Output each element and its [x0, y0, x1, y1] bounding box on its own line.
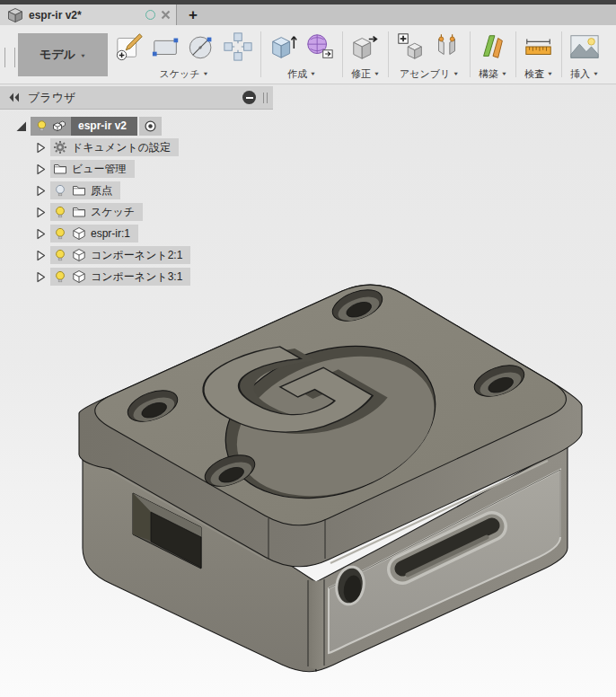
tree-row-component2: コンポーネント2:1 [0, 244, 273, 266]
measure-icon [524, 31, 554, 62]
press-pull-button[interactable] [348, 29, 383, 65]
cube-icon [72, 226, 86, 241]
tab-bar: espr-ir v2* + [0, 4, 616, 26]
expander-open-icon[interactable] [14, 119, 28, 133]
panel-resize-grip[interactable] [263, 93, 268, 103]
cube-icon [72, 248, 86, 262]
workspace-selector[interactable]: モデル ▼ [18, 33, 108, 76]
chevron-down-icon: ▼ [547, 72, 553, 77]
toolbar-separator [515, 31, 516, 77]
new-tab-button[interactable]: + [177, 4, 209, 25]
inspect-menu[interactable]: 検査 ▼ [524, 66, 553, 81]
tree-item[interactable]: コンポーネント3:1 [50, 268, 190, 286]
gear-icon [53, 140, 67, 154]
insert-image-button[interactable] [568, 29, 602, 65]
tree-item[interactable]: スケッチ [50, 203, 143, 221]
component-icon [52, 119, 66, 133]
root-component-chip[interactable]: espr-ir v2 [31, 117, 137, 136]
browser-panel: ブラウザ esp [0, 86, 273, 287]
expander-closed-icon[interactable] [34, 141, 48, 154]
tree-item-label: コンポーネント2:1 [91, 248, 182, 263]
folder-icon [53, 162, 67, 176]
toolbar-group-assembly: アセンブリ ▼ [392, 25, 467, 84]
construct-plane-button[interactable] [476, 29, 510, 65]
window-titlebar: espr-ir v2* + [0, 0, 616, 25]
minimize-panel-button[interactable] [242, 91, 256, 104]
folder-icon [72, 205, 86, 219]
expander-closed-icon[interactable] [34, 249, 48, 262]
rectangle-tool-button[interactable] [149, 29, 183, 65]
bulb-on-icon[interactable] [53, 269, 67, 284]
browser-title: ブラウザ [28, 90, 235, 106]
extrude-button[interactable] [267, 29, 301, 65]
chevron-down-icon: ▼ [374, 72, 380, 77]
collapse-panel-icon[interactable] [7, 92, 21, 103]
sketch-menu[interactable]: スケッチ ▼ [160, 66, 209, 81]
construct-icon [478, 31, 508, 62]
tab-close-button[interactable] [161, 10, 171, 20]
tree-row-origin: 原点 [0, 180, 273, 201]
bulb-off-icon[interactable] [53, 183, 67, 198]
tree-item[interactable]: コンポーネント2:1 [50, 246, 190, 264]
create-form-button[interactable] [303, 29, 337, 65]
tree-row-component3: コンポーネント3:1 [0, 266, 273, 287]
root-component-label[interactable]: espr-ir v2 [71, 117, 137, 136]
radio-icon [144, 119, 157, 133]
chevron-down-icon: ▼ [593, 72, 599, 77]
assembly-menu[interactable]: アセンブリ ▼ [400, 66, 459, 81]
tree-row-document-settings: ドキュメントの設定 [0, 137, 273, 158]
toolbar-separator [260, 31, 261, 77]
toolbar-grip[interactable] [4, 48, 15, 67]
rectangle-icon [151, 31, 181, 62]
new-component-button[interactable] [394, 29, 428, 65]
tree-item[interactable]: ビュー管理 [50, 160, 135, 178]
insert-image-icon [569, 31, 600, 62]
bulb-on-icon[interactable] [53, 248, 67, 262]
tree-item[interactable]: espr-ir:1 [50, 225, 138, 243]
tree-item[interactable]: ドキュメントの設定 [50, 138, 179, 156]
extrude-icon [268, 31, 299, 62]
chevron-down-icon: ▼ [501, 72, 507, 77]
toolbar-group-inspect: 検査 ▼ [519, 25, 559, 84]
chevron-down-icon: ▼ [453, 72, 459, 77]
expander-closed-icon[interactable] [34, 184, 48, 198]
create-sketch-button[interactable] [113, 29, 147, 65]
tree-item-label: スケッチ [91, 205, 135, 220]
tree-item-label: ドキュメントの設定 [72, 140, 171, 155]
tree-row-view-management: ビュー管理 [0, 158, 273, 180]
expander-closed-icon[interactable] [34, 227, 48, 241]
document-tab[interactable]: espr-ir v2* [0, 4, 177, 25]
cube-icon [72, 269, 86, 284]
create-menu[interactable]: 作成 ▼ [287, 66, 316, 81]
bulb-on-icon[interactable] [53, 226, 67, 241]
expander-closed-icon[interactable] [34, 163, 48, 176]
insert-menu[interactable]: 挿入 ▼ [570, 66, 599, 81]
circle-icon [187, 31, 217, 62]
joint-icon [432, 31, 462, 62]
toolbar-group-create: 作成 ▼ [264, 25, 339, 84]
tree-item-label: 原点 [91, 183, 112, 199]
expander-closed-icon[interactable] [34, 270, 48, 284]
construct-menu[interactable]: 構築 ▼ [479, 66, 507, 81]
toolbar-group-modify: 修正 ▼ [346, 25, 385, 84]
activate-component-radio[interactable] [139, 117, 162, 136]
form-icon [304, 31, 335, 62]
modify-menu[interactable]: 修正 ▼ [351, 66, 380, 81]
toolbar-separator [561, 31, 562, 77]
measure-button[interactable] [522, 29, 556, 65]
bulb-on-icon[interactable] [53, 205, 67, 219]
tree-item-label: ビュー管理 [72, 162, 127, 177]
joint-button[interactable] [430, 29, 464, 65]
tree-item[interactable]: 原点 [50, 181, 120, 199]
bulb-on-icon[interactable] [35, 119, 48, 133]
fusion360-app: { "tab_bar": { "tab": { "title": "espr-i… [0, 0, 616, 697]
toolbar-group-construct: 構築 ▼ [473, 25, 513, 84]
circle-tool-button[interactable] [185, 29, 219, 65]
toolbar-separator [470, 31, 471, 77]
model-front-corner [308, 578, 324, 669]
expander-closed-icon[interactable] [34, 206, 48, 219]
press-pull-icon [350, 31, 381, 62]
move-tool-button[interactable] [221, 29, 255, 65]
workspace-label: モデル [40, 47, 75, 63]
tree-item-label: espr-ir:1 [91, 227, 130, 240]
